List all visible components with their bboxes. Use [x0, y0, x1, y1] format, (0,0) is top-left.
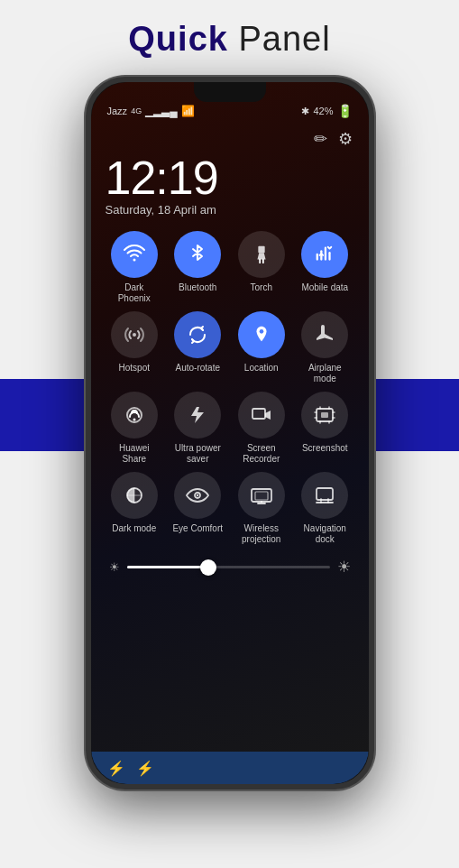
wifi-status-icon: 📶 [181, 105, 195, 117]
tile-navigation-dock[interactable]: Navigation dock [296, 472, 354, 545]
wireless-projection-icon [238, 472, 285, 519]
page-title: Quick Panel [0, 20, 459, 59]
top-controls: ✏ ⚙ [106, 129, 354, 149]
tile-huawei-share[interactable]: Huawei Share [106, 392, 164, 465]
settings-icon[interactable]: ⚙ [338, 129, 353, 149]
location-icon [238, 311, 285, 358]
tile-hotspot[interactable]: Hotspot [106, 311, 164, 384]
auto-rotate-svg [187, 324, 208, 346]
screenshot-icon [301, 392, 348, 439]
svg-point-5 [133, 419, 135, 421]
screen-recorder-icon [238, 392, 285, 439]
ultra-power-saver-icon [174, 392, 221, 439]
airplane-mode-icon [301, 311, 348, 358]
tile-wireless-projection[interactable]: Wireless projection [233, 472, 291, 545]
wireless-projection-label: Wireless projection [234, 523, 289, 545]
title-bold: Quick [128, 20, 228, 58]
svg-point-3 [259, 329, 263, 334]
svg-point-11 [197, 494, 198, 496]
wifi-svg [124, 244, 145, 265]
huawei-share-svg [124, 404, 145, 426]
tile-screen-recorder[interactable]: Screen Recorder [233, 392, 291, 465]
dark-mode-icon [111, 472, 158, 519]
bluetooth-status-icon: ✱ [301, 106, 309, 117]
eye-comfort-label: Eye Comfort [172, 523, 223, 534]
brightness-min-icon: ☀ [109, 560, 120, 574]
brightness-fill [127, 566, 208, 568]
tile-dark-mode[interactable]: Dark mode [106, 472, 164, 545]
torch-icon [238, 231, 285, 278]
bluetooth-icon [174, 231, 221, 278]
dark-phoenix-icon [111, 231, 158, 278]
navigation-dock-svg [314, 485, 335, 506]
brightness-thumb[interactable] [200, 559, 216, 576]
bluetooth-label: Bluetooth [179, 282, 216, 293]
svg-point-2 [133, 333, 136, 337]
location-svg [252, 324, 271, 346]
brightness-max-icon: ☀ [337, 558, 351, 577]
tiles-grid: Dark Phoenix Bluetooth [106, 231, 354, 545]
eye-comfort-svg [186, 485, 209, 506]
power-saver-svg [187, 404, 208, 426]
screen-recorder-svg [251, 404, 272, 426]
quick-panel: ✏ ⚙ 12:19 Saturday, 18 April am [91, 122, 369, 752]
location-label: Location [244, 363, 279, 374]
hotspot-icon [111, 311, 158, 358]
brightness-track[interactable] [127, 566, 330, 568]
edit-icon[interactable]: ✏ [314, 129, 327, 149]
mobile-data-icon [301, 231, 348, 278]
usb-icon-2: ⚡ [136, 760, 154, 777]
clock-date: Saturday, 18 April am [106, 203, 354, 217]
svg-rect-14 [317, 488, 333, 500]
bottom-bar: ⚡ ⚡ [91, 752, 369, 784]
battery-percent: 42% [313, 106, 333, 116]
airplane-mode-label: Airplane mode [298, 363, 352, 384]
huawei-share-label: Huawei Share [107, 443, 161, 465]
dark-mode-label: Dark mode [112, 523, 156, 534]
svg-rect-6 [252, 409, 265, 419]
usb-icon-1: ⚡ [107, 760, 125, 777]
mobile-data-label: Mobile data [301, 282, 348, 293]
tile-auto-rotate[interactable]: Auto-rotate [169, 311, 227, 384]
svg-rect-8 [321, 412, 328, 418]
tile-torch[interactable]: Torch [233, 231, 291, 304]
dark-phoenix-label: Dark Phoenix [107, 282, 161, 304]
auto-rotate-label: Auto-rotate [176, 363, 220, 374]
eye-comfort-icon [174, 472, 221, 519]
tile-airplane-mode[interactable]: Airplane mode [296, 311, 354, 384]
hotspot-label: Hotspot [119, 363, 150, 374]
page-title-area: Quick Panel [0, 0, 459, 73]
dark-mode-svg [123, 485, 146, 506]
svg-rect-1 [258, 246, 264, 253]
tile-dark-phoenix[interactable]: Dark Phoenix [106, 231, 164, 304]
tile-screenshot[interactable]: Screenshot [296, 392, 354, 465]
screenshot-label: Screenshot [302, 443, 348, 454]
status-right: ✱ 42% 🔋 [301, 104, 352, 118]
clock-time: 12:19 [106, 154, 354, 201]
battery-icon: 🔋 [337, 104, 353, 118]
airplane-svg [314, 324, 335, 346]
tile-mobile-data[interactable]: Mobile data [296, 231, 354, 304]
screenshot-svg [314, 404, 335, 426]
bluetooth-svg [188, 244, 207, 265]
torch-svg [252, 244, 271, 265]
phone-screen: Jazz 4G ▁▂▃▄ 📶 ✱ 42% 🔋 ✏ ⚙ 12:19 Saturda… [91, 82, 369, 784]
signal-type: 4G [131, 106, 142, 115]
tile-ultra-power-saver[interactable]: Ultra power saver [169, 392, 227, 465]
svg-rect-13 [255, 492, 268, 500]
phone-frame: Jazz 4G ▁▂▃▄ 📶 ✱ 42% 🔋 ✏ ⚙ 12:19 Saturda… [86, 77, 374, 790]
wireless-projection-svg [251, 485, 272, 506]
tile-location[interactable]: Location [233, 311, 291, 384]
tile-eye-comfort[interactable]: Eye Comfort [169, 472, 227, 545]
ultra-power-saver-label: Ultra power saver [170, 443, 225, 465]
huawei-share-icon [111, 392, 158, 439]
torch-label: Torch [251, 282, 272, 293]
auto-rotate-icon [174, 311, 221, 358]
brightness-row: ☀ ☀ [106, 558, 354, 577]
phone-notch [194, 82, 266, 102]
signal-bars-icon: ▁▂▃▄ [145, 105, 178, 117]
hotspot-svg [124, 324, 145, 346]
tile-bluetooth[interactable]: Bluetooth [169, 231, 227, 304]
mobile-data-svg [315, 244, 335, 265]
title-normal: Panel [228, 20, 331, 58]
